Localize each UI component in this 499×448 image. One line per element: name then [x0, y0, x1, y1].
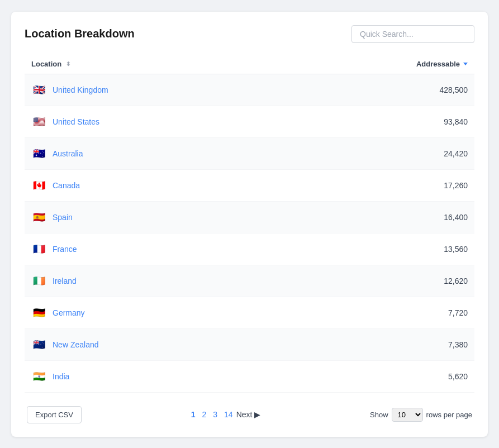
addressable-value: 13,560 [423, 245, 468, 254]
country-name[interactable]: United States [53, 117, 99, 126]
table-body: 🇬🇧 United Kingdom 428,500 🇺🇸 United Stat… [25, 74, 474, 393]
column-location[interactable]: Location ⬍ [31, 60, 70, 68]
country-name[interactable]: Canada [53, 181, 80, 190]
country-cell: 🇪🇸 Spain [31, 209, 73, 225]
addressable-value: 93,840 [423, 117, 468, 126]
country-cell: 🇨🇦 Canada [31, 178, 80, 193]
country-name[interactable]: United Kingdom [53, 85, 108, 94]
flag-icon: 🇮🇪 [31, 273, 47, 289]
page-3[interactable]: 3 [213, 410, 217, 419]
addressable-value: 5,620 [423, 372, 468, 381]
country-name[interactable]: Germany [53, 308, 85, 317]
rows-per-page-select[interactable]: 102550100 [392, 408, 423, 422]
country-name[interactable]: Australia [53, 149, 83, 158]
addressable-value: 17,260 [423, 181, 468, 190]
addressable-value: 12,620 [423, 277, 468, 285]
flag-icon: 🇮🇳 [31, 369, 47, 384]
rows-per-page-label: rows per page [426, 411, 472, 419]
search-input[interactable] [351, 25, 474, 43]
addressable-value: 428,500 [423, 85, 468, 94]
card-header: Location Breakdown [25, 25, 474, 43]
location-sort-icon: ⬍ [66, 61, 70, 67]
table-row: 🇮🇪 Ireland 12,620 [25, 265, 474, 297]
addressable-value: 16,400 [423, 213, 468, 222]
country-cell: 🇮🇪 Ireland [31, 273, 77, 289]
country-name[interactable]: Ireland [53, 277, 77, 285]
addressable-value: 7,380 [423, 340, 468, 349]
table-row: 🇪🇸 Spain 16,400 [25, 202, 474, 233]
country-name[interactable]: Spain [53, 213, 73, 222]
country-cell: 🇺🇸 United States [31, 114, 99, 130]
country-cell: 🇦🇺 Australia [31, 146, 83, 161]
flag-icon: 🇨🇦 [31, 178, 47, 193]
flag-icon: 🇺🇸 [31, 114, 47, 130]
pagination: 1 2 3 14Next ▶ [191, 410, 261, 419]
flag-icon: 🇳🇿 [31, 337, 47, 352]
flag-icon: 🇩🇪 [31, 305, 47, 321]
export-csv-button[interactable]: Export CSV [27, 406, 82, 423]
rows-per-page-control: Show 102550100 rows per page [370, 408, 472, 422]
table-row: 🇮🇳 India 5,620 [25, 361, 474, 393]
page-1[interactable]: 1 [191, 410, 196, 419]
card-title: Location Breakdown [25, 27, 135, 40]
location-breakdown-card: Location Breakdown Location ⬍ Addressabl… [11, 12, 488, 437]
addressable-sort-icon [463, 63, 468, 65]
table-row: 🇳🇿 New Zealand 7,380 [25, 329, 474, 361]
page-14[interactable]: 14 [224, 410, 233, 419]
table-row: 🇫🇷 France 13,560 [25, 233, 474, 265]
country-name[interactable]: France [53, 245, 77, 254]
table-row: 🇦🇺 Australia 24,420 [25, 138, 474, 170]
country-cell: 🇬🇧 United Kingdom [31, 82, 108, 98]
table-row: 🇺🇸 United States 93,840 [25, 106, 474, 138]
country-cell: 🇳🇿 New Zealand [31, 337, 99, 352]
addressable-value: 7,720 [423, 308, 468, 317]
flag-icon: 🇫🇷 [31, 241, 47, 257]
column-addressable[interactable]: Addressable [416, 60, 468, 68]
country-name[interactable]: New Zealand [53, 340, 99, 349]
flag-icon: 🇬🇧 [31, 82, 47, 98]
country-name[interactable]: India [53, 372, 69, 381]
country-cell: 🇫🇷 France [31, 241, 77, 257]
addressable-value: 24,420 [423, 149, 468, 158]
next-page-button[interactable]: Next ▶ [236, 410, 261, 419]
table-row: 🇨🇦 Canada 17,260 [25, 170, 474, 202]
flag-icon: 🇦🇺 [31, 146, 47, 161]
show-label: Show [370, 411, 388, 419]
table-row: 🇩🇪 Germany 7,720 [25, 297, 474, 329]
footer: Export CSV 1 2 3 14Next ▶ Show 102550100… [25, 402, 474, 428]
table-row: 🇬🇧 United Kingdom 428,500 [25, 74, 474, 106]
country-cell: 🇮🇳 India [31, 369, 69, 384]
country-cell: 🇩🇪 Germany [31, 305, 85, 321]
table-header: Location ⬍ Addressable [25, 54, 474, 74]
page-2[interactable]: 2 [202, 410, 206, 419]
flag-icon: 🇪🇸 [31, 209, 47, 225]
